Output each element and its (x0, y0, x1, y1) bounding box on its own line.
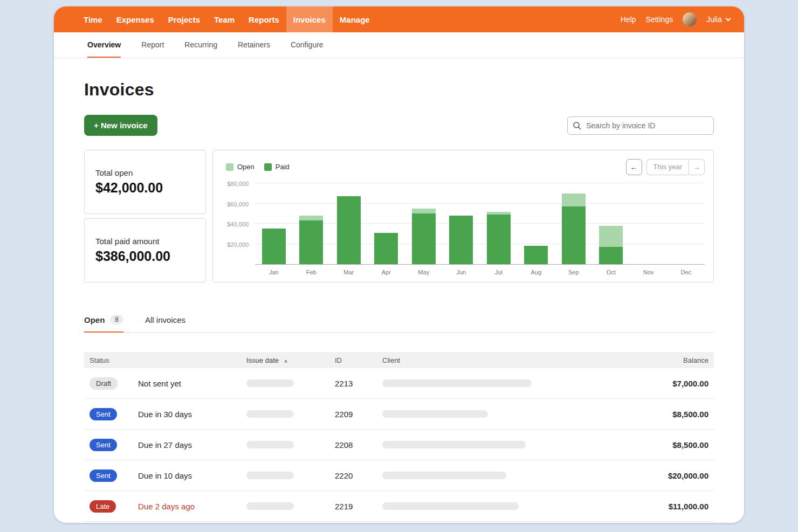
due-cell: Due in 10 days (138, 471, 246, 480)
due-cell: Due 2 days ago (138, 502, 246, 511)
main-header: TimeExpensesProjectsTeamReportsInvoicesM… (54, 6, 744, 32)
bar-open-segment-oct (599, 226, 623, 247)
user-name: Julia (706, 15, 722, 24)
header-right: Help Settings Julia (621, 6, 730, 32)
issue-date-cell (246, 379, 335, 387)
column-header-balance: Balance (628, 356, 708, 364)
settings-link[interactable]: Settings (646, 15, 673, 24)
nav-item-manage[interactable]: Manage (333, 6, 377, 32)
y-axis: $80,000$60,000$40,000$20,000 (224, 184, 255, 265)
invoice-id-cell: 2219 (335, 502, 382, 511)
subnav-item-overview[interactable]: Overview (87, 32, 121, 58)
next-period-button[interactable]: → (689, 159, 705, 175)
previous-period-button[interactable]: ← (626, 159, 642, 175)
nav-item-reports[interactable]: Reports (242, 6, 286, 32)
due-cell: Not sent yet (138, 379, 246, 388)
x-axis-label-sep: Sep (555, 269, 593, 275)
status-badge: Sent (90, 408, 117, 420)
nav-item-expenses[interactable]: Expenses (109, 6, 161, 32)
nav-item-projects[interactable]: Projects (161, 6, 207, 32)
issue-date-cell (246, 472, 335, 479)
invoice-id-cell: 2209 (335, 410, 382, 419)
x-axis-label-jan: Jan (255, 269, 293, 275)
search-input[interactable] (567, 116, 714, 135)
client-cell (382, 379, 628, 387)
bar-stack-sep (562, 194, 586, 264)
bar-column-nov (630, 184, 668, 264)
balance-cell: $8,500.00 (628, 440, 708, 450)
nav-item-team[interactable]: Team (207, 6, 242, 32)
x-axis-label-dec: Dec (668, 269, 705, 275)
plot-area (255, 184, 705, 265)
x-axis-label-jun: Jun (443, 269, 480, 275)
app-card: TimeExpensesProjectsTeamReportsInvoicesM… (54, 6, 744, 523)
bar-open-segment-sep (562, 194, 586, 206)
client-placeholder (382, 472, 506, 479)
issue-date-placeholder (246, 502, 294, 510)
x-axis-label-jul: Jul (480, 269, 518, 275)
bar-open-segment-feb (299, 216, 323, 220)
x-axis-label-oct: Oct (593, 269, 630, 275)
y-tick-label: $80,000 (227, 181, 249, 187)
subnav-item-recurring[interactable]: Recurring (184, 32, 217, 58)
invoice-id-cell: 2208 (335, 440, 382, 450)
bar-open-segment-may (412, 209, 436, 213)
status-badge: Draft (90, 377, 118, 390)
chart-legend: OpenPaid (224, 159, 290, 171)
status-badge: Sent (90, 439, 117, 451)
search-box (567, 116, 714, 135)
invoice-table-body: DraftNot sent yet2213$7,000.00SentDue in… (84, 368, 714, 522)
issue-date-cell (246, 441, 335, 448)
tab-open[interactable]: Open 8 (84, 308, 123, 333)
column-header-issue-date[interactable]: Issue date ∧ (246, 356, 335, 364)
legend-swatch-open-icon (226, 163, 233, 171)
invoice-row-2220[interactable]: SentDue in 10 days2220$20,000.00 (84, 460, 714, 491)
page-title: Invoices (84, 80, 714, 100)
gridline (255, 183, 705, 183)
y-tick-label: $20,000 (227, 241, 249, 248)
search-icon (573, 121, 581, 130)
invoice-row-2213[interactable]: DraftNot sent yet2213$7,000.00 (84, 368, 714, 399)
subnav-item-configure[interactable]: Configure (291, 32, 324, 58)
invoice-id-cell: 2220 (335, 471, 382, 480)
nav-item-invoices[interactable]: Invoices (286, 6, 333, 32)
balance-cell: $7,000.00 (628, 379, 708, 388)
summary-column: Total open $42,000.00 Total paid amount … (84, 150, 206, 282)
client-cell (382, 472, 628, 479)
dashboard-row: Total open $42,000.00 Total paid amount … (84, 150, 714, 282)
balance-cell: $8,500.00 (628, 410, 708, 419)
x-axis-label-feb: Feb (293, 269, 331, 275)
bar-column-feb (293, 184, 331, 264)
open-count-badge: 8 (110, 315, 123, 324)
bar-paid-segment-may (412, 213, 436, 264)
issue-date-placeholder (246, 441, 294, 448)
subnav-item-report[interactable]: Report (141, 32, 164, 58)
invoice-row-2219[interactable]: LateDue 2 days ago2219$11,000.00 (84, 491, 714, 522)
subnav-item-retainers[interactable]: Retainers (238, 32, 270, 58)
bar-stack-jan (262, 229, 286, 264)
x-axis-label-nov: Nov (630, 269, 668, 275)
invoice-row-2209[interactable]: SentDue in 30 days2209$8,500.00 (84, 399, 714, 430)
help-link[interactable]: Help (621, 15, 636, 24)
status-cell: Sent (90, 469, 138, 482)
bar-column-sep (555, 184, 593, 264)
user-menu[interactable]: Julia (706, 15, 730, 24)
bar-stack-feb (299, 216, 323, 264)
bar-paid-segment-jul (487, 215, 511, 264)
total-open-label: Total open (95, 168, 195, 177)
nav-item-time[interactable]: Time (77, 6, 109, 32)
x-axis-label-aug: Aug (518, 269, 555, 275)
bar-column-oct (593, 184, 630, 264)
total-open-value: $42,000.00 (95, 180, 195, 196)
bar-column-dec (668, 184, 705, 264)
new-invoice-button[interactable]: + New invoice (84, 115, 157, 136)
list-tabs: Open 8 All invoices (84, 308, 714, 333)
user-avatar[interactable] (683, 12, 697, 26)
total-paid-value: $386,000.00 (95, 248, 195, 264)
page-background: TimeExpensesProjectsTeamReportsInvoicesM… (0, 0, 798, 532)
column-header-id: ID (335, 356, 382, 364)
client-placeholder (382, 441, 526, 448)
invoice-row-2208[interactable]: SentDue in 27 days2208$8,500.00 (84, 430, 714, 460)
tab-all-invoices[interactable]: All invoices (145, 308, 185, 333)
chevron-down-icon (726, 16, 731, 22)
